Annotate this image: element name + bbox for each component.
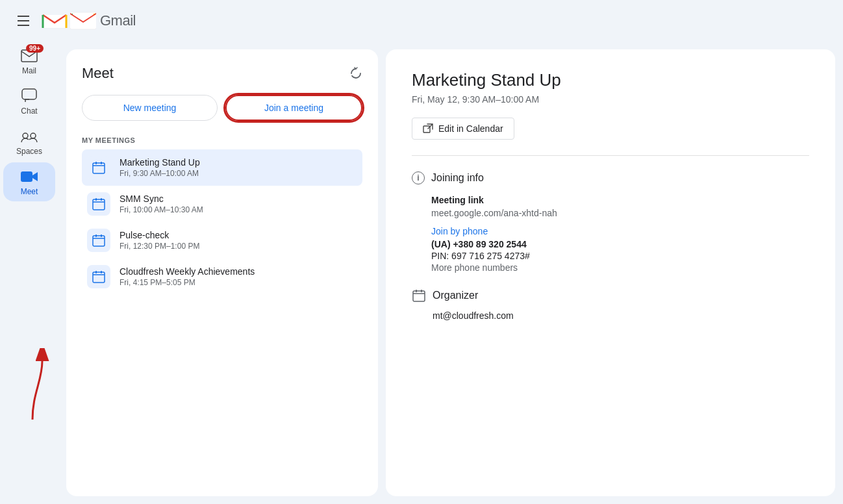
meeting-time: Fri, 10:00 AM–10:30 AM — [120, 205, 357, 214]
svg-rect-12 — [101, 162, 102, 164]
app-name-label: Gmail — [100, 12, 136, 29]
sidebar: 99+ Mail Chat Spaces — [0, 0, 58, 504]
meet-panel-title: Meet — [82, 65, 114, 82]
joining-info-header: i Joining info — [412, 171, 809, 184]
sidebar-item-spaces[interactable]: Spaces — [3, 122, 55, 161]
organizer-section: Organizer mt@cloudfresh.com — [412, 288, 809, 321]
svg-rect-2 — [70, 12, 96, 29]
event-title: Marketing Stand Up — [412, 70, 809, 90]
svg-rect-18 — [101, 234, 102, 237]
meeting-item[interactable]: SMM Sync Fri, 10:00 AM–10:30 AM — [82, 186, 362, 222]
svg-rect-6 — [22, 89, 36, 99]
meet-panel: Meet New meeting Join a meeting MY MEETI… — [66, 49, 378, 496]
svg-rect-15 — [101, 198, 102, 201]
svg-rect-20 — [95, 271, 97, 273]
meeting-link-label: Meeting link — [431, 195, 809, 205]
sidebar-item-meet[interactable]: Meet — [3, 162, 55, 201]
arrow-annotation — [13, 348, 52, 426]
mail-badge: 99+ — [26, 44, 44, 53]
svg-rect-21 — [101, 271, 102, 273]
my-meetings-label: MY MEETINGS — [82, 136, 362, 144]
external-link-icon — [423, 123, 433, 134]
meeting-time: Fri, 9:30 AM–10:00 AM — [120, 169, 357, 178]
svg-rect-19 — [93, 272, 105, 283]
meeting-name: SMM Sync — [120, 194, 357, 204]
svg-rect-25 — [421, 290, 422, 292]
meeting-name: Pulse-check — [120, 230, 357, 240]
svg-rect-13 — [93, 199, 105, 210]
menu-button[interactable] — [10, 8, 36, 34]
topbar: Gmail — [0, 0, 843, 42]
meeting-info: Pulse-check Fri, 12:30 PM–1:00 PM — [120, 230, 357, 251]
refresh-icon[interactable] — [349, 67, 362, 80]
more-phones: More phone numbers — [431, 262, 809, 273]
svg-rect-16 — [93, 236, 105, 246]
chat-icon — [20, 87, 38, 105]
new-meeting-button[interactable]: New meeting — [82, 95, 218, 121]
meeting-calendar-icon — [87, 192, 110, 216]
svg-point-7 — [23, 133, 28, 138]
svg-rect-17 — [95, 234, 97, 237]
meeting-calendar-icon — [87, 156, 110, 179]
meeting-link-url: meet.google.com/ana-xhtd-nah — [431, 208, 809, 218]
sidebar-mail-label: Mail — [22, 66, 36, 75]
svg-point-8 — [31, 133, 36, 138]
sidebar-meet-label: Meet — [21, 187, 38, 196]
event-time: Fri, May 12, 9:30 AM–10:00 AM — [412, 94, 809, 105]
svg-rect-9 — [21, 171, 32, 182]
organizer-calendar-icon — [412, 288, 426, 303]
meeting-list: Marketing Stand Up Fri, 9:30 AM–10:00 AM… — [82, 149, 362, 295]
organizer-email: mt@cloudfresh.com — [433, 310, 809, 321]
edit-in-calendar-button[interactable]: Edit in Calendar — [412, 118, 514, 140]
meeting-info: SMM Sync Fri, 10:00 AM–10:30 AM — [120, 194, 357, 214]
spaces-icon — [20, 127, 38, 145]
join-meeting-button[interactable]: Join a meeting — [225, 95, 362, 121]
main-content: Meet New meeting Join a meeting MY MEETI… — [58, 42, 843, 504]
joining-info-section: i Joining info Meeting link meet.google.… — [412, 171, 809, 273]
sidebar-chat-label: Chat — [21, 107, 37, 116]
join-by-phone-link[interactable]: Join by phone — [431, 226, 809, 236]
sidebar-item-chat[interactable]: Chat — [3, 82, 55, 121]
svg-rect-23 — [413, 291, 425, 301]
meeting-info: Cloudfresh Weekly Achievements Fri, 4:15… — [120, 266, 357, 287]
info-icon: i — [412, 171, 425, 184]
meeting-item[interactable]: Pulse-check Fri, 12:30 PM–1:00 PM — [82, 222, 362, 258]
phone-number: (UA) +380 89 320 2544 — [431, 239, 809, 249]
sidebar-spaces-label: Spaces — [16, 147, 42, 156]
organizer-label: Organizer — [433, 290, 478, 301]
meeting-item[interactable]: Cloudfresh Weekly Achievements Fri, 4:15… — [82, 258, 362, 295]
svg-rect-22 — [423, 126, 430, 132]
divider — [412, 155, 809, 156]
detail-panel: Marketing Stand Up Fri, May 12, 9:30 AM–… — [386, 49, 835, 496]
meeting-name: Cloudfresh Weekly Achievements — [120, 266, 357, 277]
meeting-info: Marketing Stand Up Fri, 9:30 AM–10:00 AM — [120, 157, 357, 178]
mail-icon: 99+ — [20, 47, 38, 65]
svg-rect-10 — [93, 163, 105, 173]
edit-calendar-label: Edit in Calendar — [438, 123, 503, 134]
meeting-time: Fri, 12:30 PM–1:00 PM — [120, 242, 357, 251]
joining-info-content: Meeting link meet.google.com/ana-xhtd-na… — [431, 195, 809, 273]
svg-rect-11 — [95, 162, 97, 164]
sidebar-item-mail[interactable]: 99+ Mail — [3, 42, 55, 81]
meet-icon — [20, 168, 38, 186]
joining-info-label: Joining info — [431, 172, 484, 184]
meeting-time: Fri, 4:15 PM–5:05 PM — [120, 278, 357, 287]
gmail-logo: Gmail — [42, 11, 136, 31]
meeting-item[interactable]: Marketing Stand Up Fri, 9:30 AM–10:00 AM — [82, 149, 362, 186]
svg-rect-24 — [416, 290, 417, 292]
organizer-header: Organizer — [412, 288, 809, 303]
pin-text: PIN: 697 716 275 4273# — [431, 251, 809, 261]
meeting-calendar-icon — [87, 229, 110, 252]
svg-rect-14 — [95, 198, 97, 201]
meet-actions: New meeting Join a meeting — [82, 95, 362, 121]
meeting-calendar-icon — [87, 265, 110, 288]
meet-panel-header: Meet — [82, 65, 362, 82]
meeting-name: Marketing Stand Up — [120, 157, 357, 168]
